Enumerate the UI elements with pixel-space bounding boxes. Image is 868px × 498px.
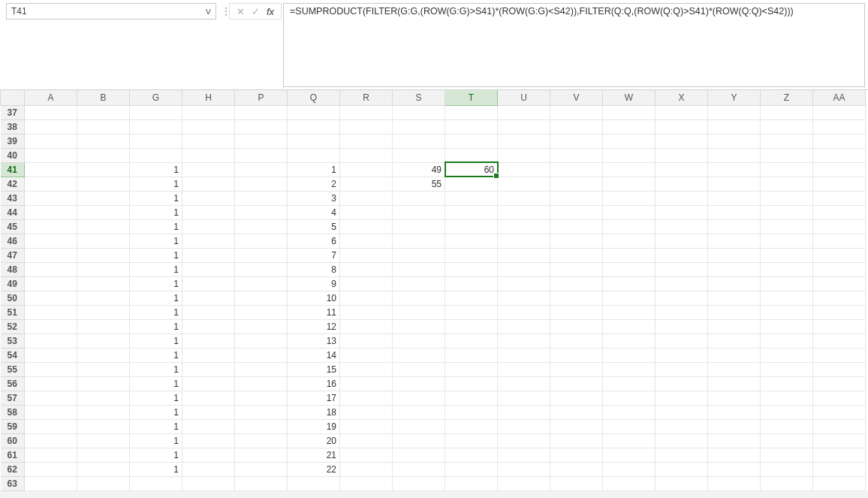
cell-V48[interactable]	[550, 262, 603, 276]
cell-R48[interactable]	[340, 262, 393, 276]
cell-Y46[interactable]	[708, 234, 761, 248]
cell-H51[interactable]	[182, 305, 235, 319]
cell-Z45[interactable]	[761, 219, 813, 234]
cell-U57[interactable]	[498, 391, 550, 405]
cell-Y37[interactable]	[708, 105, 761, 119]
cell-T63[interactable]	[445, 476, 498, 490]
cell-A43[interactable]	[25, 191, 77, 205]
cell-X52[interactable]	[656, 319, 708, 334]
cell-H39[interactable]	[182, 134, 235, 148]
cell-B57[interactable]	[77, 391, 130, 405]
cell-A60[interactable]	[25, 433, 77, 448]
cell-X58[interactable]	[656, 405, 708, 419]
cell-U52[interactable]	[498, 319, 550, 334]
cell-P59[interactable]	[235, 419, 288, 433]
cell-S57[interactable]	[393, 391, 445, 405]
cell-U48[interactable]	[498, 262, 550, 276]
cell-P39[interactable]	[235, 134, 288, 148]
cell-Z50[interactable]	[761, 291, 813, 305]
cell-G54[interactable]: 1	[130, 348, 182, 362]
cell-B58[interactable]	[77, 405, 130, 419]
cell-U46[interactable]	[498, 234, 550, 248]
cell-R53[interactable]	[340, 334, 393, 348]
cell-Q40[interactable]	[288, 148, 340, 162]
cell-H57[interactable]	[182, 391, 235, 405]
cell-X54[interactable]	[656, 348, 708, 362]
cell-Z63[interactable]	[761, 476, 813, 490]
cell-R37[interactable]	[340, 105, 393, 119]
row-header-54[interactable]: 54	[1, 348, 25, 362]
cell-P37[interactable]	[235, 105, 288, 119]
cell-AA41[interactable]	[813, 162, 866, 177]
cell-R44[interactable]	[340, 205, 393, 219]
cell-H62[interactable]	[182, 462, 235, 476]
cell-B44[interactable]	[77, 205, 130, 219]
cell-R56[interactable]	[340, 376, 393, 391]
cell-T55[interactable]	[445, 362, 498, 376]
cell-P56[interactable]	[235, 376, 288, 391]
cell-W59[interactable]	[603, 419, 656, 433]
cell-X41[interactable]	[656, 162, 708, 177]
cell-P43[interactable]	[235, 191, 288, 205]
cell-G39[interactable]	[130, 134, 182, 148]
cell-T57[interactable]	[445, 391, 498, 405]
row-header-62[interactable]: 62	[1, 462, 25, 476]
cell-B38[interactable]	[77, 119, 130, 134]
row-header-40[interactable]: 40	[1, 148, 25, 162]
cell-P50[interactable]	[235, 291, 288, 305]
row-header-63[interactable]: 63	[1, 476, 25, 490]
cell-G44[interactable]: 1	[130, 205, 182, 219]
cell-S44[interactable]	[393, 205, 445, 219]
cell-R52[interactable]	[340, 319, 393, 334]
column-header-U[interactable]: U	[498, 90, 550, 105]
cell-Y60[interactable]	[708, 433, 761, 448]
cell-X50[interactable]	[656, 291, 708, 305]
cell-Z53[interactable]	[761, 334, 813, 348]
cell-T37[interactable]	[445, 105, 498, 119]
cell-A39[interactable]	[25, 134, 77, 148]
cell-A50[interactable]	[25, 291, 77, 305]
cell-H55[interactable]	[182, 362, 235, 376]
cell-W44[interactable]	[603, 205, 656, 219]
cell-W58[interactable]	[603, 405, 656, 419]
cell-B41[interactable]	[77, 162, 130, 177]
cell-S56[interactable]	[393, 376, 445, 391]
cell-T62[interactable]	[445, 462, 498, 476]
cell-W43[interactable]	[603, 191, 656, 205]
cell-R41[interactable]	[340, 162, 393, 177]
cell-U50[interactable]	[498, 291, 550, 305]
cell-T56[interactable]	[445, 376, 498, 391]
cell-P55[interactable]	[235, 362, 288, 376]
cell-R51[interactable]	[340, 305, 393, 319]
cell-Q39[interactable]	[288, 134, 340, 148]
cell-R43[interactable]	[340, 191, 393, 205]
cell-R47[interactable]	[340, 248, 393, 262]
cell-AA44[interactable]	[813, 205, 866, 219]
cell-H50[interactable]	[182, 291, 235, 305]
cell-U47[interactable]	[498, 248, 550, 262]
cell-T50[interactable]	[445, 291, 498, 305]
cell-X38[interactable]	[656, 119, 708, 134]
cell-V63[interactable]	[550, 476, 603, 490]
cell-W62[interactable]	[603, 462, 656, 476]
cell-B51[interactable]	[77, 305, 130, 319]
cell-U60[interactable]	[498, 433, 550, 448]
cell-P46[interactable]	[235, 234, 288, 248]
cell-G38[interactable]	[130, 119, 182, 134]
cell-R40[interactable]	[340, 148, 393, 162]
cell-Z37[interactable]	[761, 105, 813, 119]
cell-B60[interactable]	[77, 433, 130, 448]
cell-P58[interactable]	[235, 405, 288, 419]
cell-H42[interactable]	[182, 177, 235, 191]
cell-Y56[interactable]	[708, 376, 761, 391]
cell-A53[interactable]	[25, 334, 77, 348]
row-header-47[interactable]: 47	[1, 248, 25, 262]
cell-X43[interactable]	[656, 191, 708, 205]
cell-W49[interactable]	[603, 276, 656, 291]
cell-T61[interactable]	[445, 448, 498, 462]
cell-Y57[interactable]	[708, 391, 761, 405]
cell-B39[interactable]	[77, 134, 130, 148]
cell-W53[interactable]	[603, 334, 656, 348]
cell-P49[interactable]	[235, 276, 288, 291]
cell-Z54[interactable]	[761, 348, 813, 362]
